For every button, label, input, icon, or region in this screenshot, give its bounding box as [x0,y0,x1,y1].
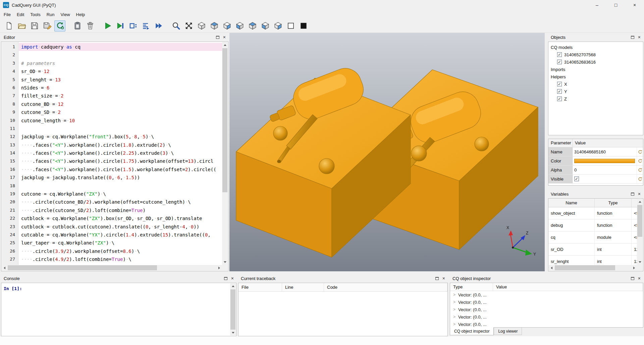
code-line[interactable]: cutcone_length·=·10 [21,117,222,125]
scroll-left-button[interactable] [2,265,7,271]
checkbox[interactable]: ✓ [557,89,562,94]
close-panel-icon[interactable]: × [638,192,641,196]
minimize-button[interactable]: – [588,0,606,10]
inspector-row[interactable]: >Vector: (0.0, ... [450,306,643,313]
float-panel-icon[interactable] [224,277,227,280]
reset-property-button[interactable] [637,156,643,165]
tree-item[interactable]: ✓X [549,80,642,88]
left-view-button[interactable] [260,20,271,31]
close-panel-icon[interactable]: × [638,276,641,281]
code-line[interactable]: ····.faces("<Y").workplane().circle(1.75… [21,157,222,165]
scroll-down-button[interactable] [230,330,236,336]
checkbox[interactable]: ✓ [557,82,562,86]
tree-group[interactable]: CQ models [549,44,642,51]
code-line[interactable]: nSides·=·6 [21,84,222,92]
debug-button[interactable] [115,20,126,31]
float-panel-icon[interactable] [216,36,219,39]
close-panel-icon[interactable]: × [638,35,641,40]
tree-item[interactable]: ✓Y [549,88,642,95]
variables-vertical-scrollbar[interactable] [637,199,643,265]
inspector-table[interactable]: TypeValue >Vector: (0.0, ...>Vector: (0.… [450,283,643,328]
scroll-right-button[interactable] [216,265,222,271]
code-line[interactable]: luer_taper·=·cq.Workplane("ZX")·\ [21,239,222,247]
code-line[interactable]: jackplug·=·cq.Workplane("front").box(5,·… [21,133,222,141]
visible-checkbox[interactable]: ✓ [574,177,579,181]
reset-property-button[interactable] [637,147,643,156]
variables-table[interactable]: NameType show_objectfunction<fdebugfunct… [548,198,643,271]
console-vertical-scrollbar[interactable] [230,283,236,336]
code-line[interactable]: ····.circle(3.9/2).workplane(offset=8.6)… [21,247,222,255]
paste-button[interactable] [72,20,83,31]
console-body[interactable]: In [1]: [1,283,236,336]
traceback-table[interactable]: FileLineCode [238,283,448,336]
top-view-button[interactable] [209,20,220,31]
scroll-left-button[interactable] [549,265,554,271]
float-panel-icon[interactable] [631,277,634,280]
variable-row[interactable]: cqmodule<m [548,231,637,244]
scrollbar-thumb[interactable] [8,265,157,270]
render-button[interactable] [102,20,113,31]
scroll-down-button[interactable] [222,259,228,265]
save-as-button[interactable] [42,20,53,31]
code-line[interactable] [21,125,222,133]
menu-view[interactable]: View [58,11,73,18]
code-line[interactable]: ····.circle(cutcone_BD/2).workplane(offs… [21,198,222,206]
code-line[interactable] [21,51,222,59]
fit-all-button[interactable] [183,20,194,31]
close-panel-icon[interactable]: × [442,276,445,281]
delete-button[interactable] [85,20,96,31]
step-over-button[interactable] [127,20,139,31]
tree-item[interactable]: ✓Z [549,95,642,102]
maximize-button[interactable]: □ [606,0,625,10]
code-line[interactable]: cutcable·=·cq.Workplane("YX").circle(1.4… [21,231,222,239]
zoom-fit-button[interactable] [170,20,181,31]
tree-group[interactable]: Imports [549,66,642,73]
editor-horizontal-scrollbar[interactable] [2,265,222,271]
variables-horizontal-scrollbar[interactable] [549,265,637,271]
code-line[interactable]: cutblock·=·cq.Workplane("ZX").box(sr_OD,… [21,214,222,222]
back-view-button[interactable] [247,20,258,31]
chevron-right-icon[interactable]: > [453,300,455,304]
scroll-up-button[interactable] [637,199,643,205]
code-line[interactable]: import·cadquery·as·cq [19,43,222,51]
inspector-header-cell[interactable]: Value [493,283,643,291]
scrollbar-thumb[interactable] [555,265,615,270]
color-swatch[interactable] [574,159,635,163]
property-value[interactable]: 0 [573,165,637,174]
code-line[interactable]: jackplug·=·jackplug.translate((0,·6,·1.5… [21,174,222,182]
inspector-row[interactable]: >Vector: (0.0, ... [450,298,643,306]
float-panel-icon[interactable] [435,277,439,280]
code-line[interactable]: ····.faces("<Y").workplane().circle(1.5)… [21,165,222,174]
scroll-down-button[interactable] [637,259,643,265]
tree-item[interactable]: ✓3140652707568 [549,51,642,58]
inspector-header-cell[interactable]: Type [450,283,493,291]
vars-header-cell[interactable]: Name [548,199,595,207]
variable-row[interactable]: show_objectfunction<f [548,207,637,219]
continue-button[interactable] [153,20,164,31]
editor-code[interactable]: import·cadquery·as·cq# parameterssr_OD·=… [19,42,222,265]
iso-view-button[interactable] [196,20,207,31]
close-panel-icon[interactable]: × [223,35,226,40]
shaded-button[interactable] [298,20,309,31]
code-line[interactable]: ····.circle(cutcone_SD/2).loft(combine=T… [21,206,222,214]
code-line[interactable]: cutblock·=·cutblock.cut(cutcone).transla… [21,223,222,231]
code-line[interactable]: ····.circle(4.9/2).loft(combine=True)·\ [21,255,222,263]
code-line[interactable]: cutcone·=·cq.Workplane("ZX")·\ [21,190,222,198]
chevron-right-icon[interactable]: > [453,315,455,319]
viewport-3d[interactable]: X Z Y [229,33,545,271]
tree-item[interactable]: ✓3140652683616 [549,58,642,66]
vars-header-cell[interactable]: Type [595,199,632,207]
tab-cq-object-inspector[interactable]: CQ object inspector [450,327,494,335]
variable-row[interactable]: sr_ODint12 [548,244,637,256]
variable-row[interactable]: debugfunction<f [548,219,637,231]
menu-file[interactable]: File [1,11,14,18]
chevron-right-icon[interactable]: > [453,322,455,327]
scroll-up-button[interactable] [222,42,228,48]
checkbox[interactable]: ✓ [557,60,562,64]
new-file-button[interactable] [3,20,14,31]
inspector-row[interactable]: >Vector: (0.0, ... [450,291,643,298]
code-line[interactable]: # parameters [21,59,222,67]
code-line[interactable]: cutcone_BD·=·12 [21,100,222,108]
viewport-scene[interactable]: X Z Y [229,33,545,271]
editor-vertical-scrollbar[interactable] [222,42,228,265]
